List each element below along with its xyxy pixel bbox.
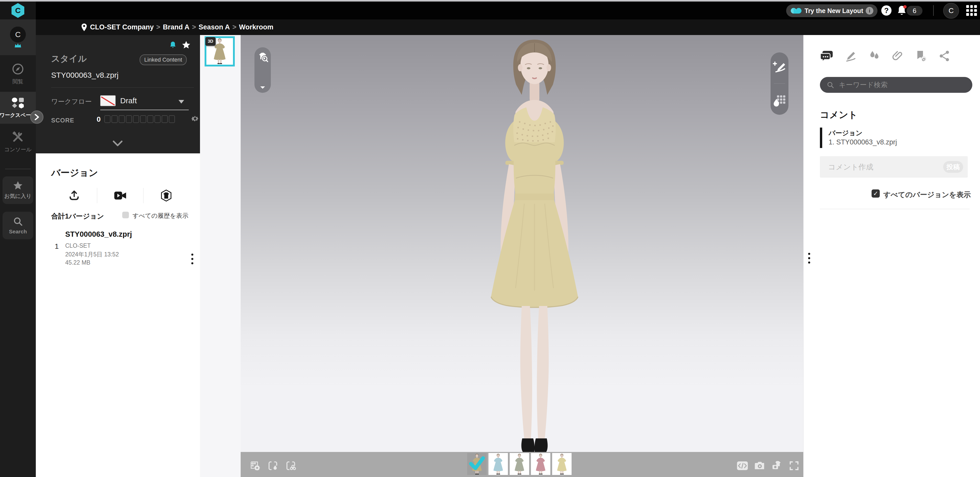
comments-tab-icon[interactable]	[820, 50, 833, 62]
selected-check-icon	[469, 456, 485, 471]
breadcrumb-workroom[interactable]: Workroom	[239, 23, 274, 31]
checkbox-check-icon: ✓	[873, 190, 878, 197]
viewer-3d[interactable]	[241, 35, 803, 477]
header-divider	[933, 5, 934, 16]
style-panel-divider	[51, 87, 194, 88]
add-annotation-icon[interactable]	[773, 60, 786, 73]
try-new-layout-button[interactable]: Try the New Layout i	[786, 4, 877, 17]
main-sidebar: C 閲覧 ワークスペース	[0, 19, 36, 477]
version-author: CLO-SET	[65, 242, 91, 249]
upload-icon	[68, 190, 80, 202]
annotate-tab-icon[interactable]	[845, 50, 857, 62]
colorway-view-icon[interactable]	[268, 461, 278, 471]
breadcrumb-season[interactable]: Season A	[199, 23, 230, 31]
panel-resize-handle[interactable]	[808, 253, 810, 264]
open-3d-button[interactable]	[143, 189, 189, 202]
colorway-thumb[interactable]	[488, 453, 508, 475]
profile-avatar: C	[10, 27, 26, 43]
version-size: 45.22 MB	[65, 259, 90, 266]
score-settings-gear-icon[interactable]	[191, 115, 199, 122]
notifications-button[interactable]	[896, 5, 908, 17]
fullscreen-icon[interactable]	[789, 461, 799, 471]
style-filename: STY000063_v8.zprj	[51, 71, 119, 80]
snapshot-camera-icon[interactable]	[754, 461, 765, 471]
garment-search-icon	[257, 51, 269, 63]
comments-divider	[820, 209, 969, 209]
sidebar-profile[interactable]: C	[0, 19, 36, 55]
viewer-bottom-toolbar	[241, 452, 803, 477]
version-name: STY000063_v8.zprj	[65, 230, 132, 238]
bottom-left-tools	[250, 461, 296, 471]
video-button[interactable]	[97, 191, 143, 201]
keyword-search-input[interactable]	[838, 81, 966, 89]
colorway-selector	[467, 453, 571, 475]
bell-icon	[896, 5, 908, 17]
sidebar-expand-button[interactable]	[30, 110, 43, 124]
breadcrumb-company[interactable]: CLO-SET Company	[90, 23, 154, 31]
show-history-checkbox[interactable]	[122, 211, 129, 218]
trim-view-icon[interactable]	[286, 461, 296, 471]
viewer-tools-divider	[774, 83, 785, 84]
comment-input[interactable]	[827, 162, 943, 172]
sidebar-item-favorites[interactable]: お気に入り	[3, 176, 33, 204]
version-group-ref[interactable]: 1. STY000063_v8.zprj	[829, 138, 897, 146]
breadcrumb-separator: >	[156, 23, 160, 31]
avatar-initial: C	[948, 6, 954, 15]
garment-3d-icon	[160, 189, 172, 202]
garment-zoom-control[interactable]	[255, 47, 271, 93]
collapse-chevron-icon[interactable]	[113, 140, 123, 146]
colorway-thumb-selected[interactable]	[467, 453, 487, 475]
search-icon	[13, 216, 23, 226]
show-history-label[interactable]: すべての履歴を表示	[132, 211, 188, 220]
version-group-bar	[820, 127, 822, 148]
colorway-thumb[interactable]	[510, 453, 529, 475]
sidebar-item-browse[interactable]: 閲覧	[0, 58, 36, 90]
app-logo[interactable]: C	[0, 2, 36, 19]
tools-icon	[11, 130, 25, 143]
api-code-icon[interactable]	[737, 461, 748, 471]
post-comment-button[interactable]: 投稿	[943, 161, 963, 173]
subscribe-bell-icon[interactable]	[169, 41, 177, 49]
layout-toggle-icon	[790, 6, 802, 15]
pattern-settings-icon[interactable]	[250, 461, 260, 471]
workflow-dropdown-caret[interactable]	[178, 100, 184, 103]
show-all-versions-label[interactable]: すべてのバージョンを表示	[883, 190, 971, 200]
show-all-versions-checkbox[interactable]: ✓	[872, 189, 880, 197]
score-slots[interactable]	[104, 115, 175, 123]
3d-badge: 3D	[205, 37, 216, 46]
attachment-tab-icon[interactable]	[891, 50, 903, 62]
sidebar-item-search[interactable]: Search	[3, 211, 33, 239]
collaboration-panel: コメント バージョン 1. STY000063_v8.zprj 投稿 ✓ すべて…	[803, 35, 980, 477]
colorway-thumb[interactable]	[552, 453, 571, 475]
version-index: 1	[55, 242, 59, 251]
breadcrumb-brand[interactable]: Brand A	[163, 23, 189, 31]
garment-snapshot-icon[interactable]	[772, 461, 783, 471]
keyword-search-bar[interactable]	[820, 77, 972, 93]
version-menu-kebab[interactable]	[191, 254, 193, 264]
colorway-tab-icon[interactable]	[869, 50, 880, 62]
info-icon[interactable]: i	[866, 7, 873, 14]
bookmark-link-tab-icon[interactable]	[915, 50, 927, 62]
linked-content-badge: Linked Content	[140, 54, 187, 65]
favorite-star-icon[interactable]	[181, 41, 191, 49]
viewer-tools	[770, 52, 788, 115]
fabric-colorway-icon[interactable]	[773, 94, 786, 107]
video-camera-icon	[114, 191, 127, 201]
search-icon	[827, 81, 834, 89]
style-panel-actions	[169, 41, 191, 49]
notification-count-badge[interactable]: 6	[907, 6, 923, 16]
version-thumbnail-strip: 3D	[200, 35, 241, 477]
user-avatar[interactable]: C	[943, 3, 959, 19]
help-button[interactable]: ?	[881, 5, 891, 16]
upload-version-button[interactable]	[51, 190, 97, 202]
sidebar-item-console[interactable]: コンソール	[0, 126, 36, 157]
colorway-thumb[interactable]	[531, 453, 550, 475]
comment-compose-box[interactable]: 投稿	[820, 156, 968, 178]
apps-grid-icon[interactable]	[966, 5, 977, 16]
versions-panel: バージョン	[36, 153, 200, 477]
share-tab-icon[interactable]	[939, 50, 950, 62]
workflow-label: ワークフロー	[51, 97, 92, 106]
collaboration-tabs	[820, 50, 950, 62]
workflow-value[interactable]: Draft	[120, 96, 137, 105]
version-thumbnail[interactable]: 3D	[205, 36, 235, 67]
